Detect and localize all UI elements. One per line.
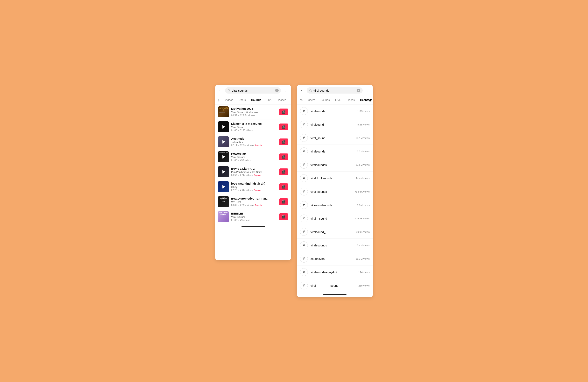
tab-hashtags-right[interactable]: Hashtags [357, 96, 373, 104]
sound-videos-beat: 27.2M videos [240, 204, 254, 207]
hashtag-item-viral--sound[interactable]: # viral__sound 629.4K views [297, 212, 373, 225]
tab-places-left[interactable]: Places [275, 96, 289, 104]
use-sound-btn-powerslap[interactable]: 🎬 [279, 153, 288, 160]
sound-duration-powerslap: 01:00 [231, 159, 237, 162]
hashtag-views-tiktokviralsounds: 1.3M views [357, 204, 370, 207]
hashtag-item-viralsound[interactable]: # viralsound 5.2B views [297, 118, 373, 131]
tab-places-right[interactable]: Places [344, 96, 357, 104]
clear-button-right[interactable]: × [357, 89, 360, 92]
hashtag-item-viralesounds[interactable]: # viralesounds 1.4M views [297, 239, 373, 252]
clear-button-left[interactable]: × [275, 89, 279, 92]
tab-users-left[interactable]: Users [236, 96, 249, 104]
hashtag-name-viralsoundsanjaydutt: viralsoundsanjaydutt [311, 271, 356, 274]
tab-top-left[interactable]: p [215, 96, 222, 104]
use-sound-btn-bibble[interactable]: 🎬 [279, 213, 288, 220]
back-button-right[interactable]: ← [300, 88, 305, 93]
tabs-right: os Users Sounds LIVE Places Hashtags [297, 96, 373, 105]
tab-users-right[interactable]: Users [305, 96, 318, 104]
hashtag-list: # viralsounds 1.3B views # viralsound 5.… [297, 105, 373, 292]
hashtag-views-viralsoundss: 10.6M views [356, 163, 370, 166]
thumb-text-bibble: Viral SoundsBibble! [218, 211, 229, 216]
hashtag-item-viralsoundss[interactable]: # viralsoundss 10.6M views [297, 158, 373, 171]
tab-sounds-right[interactable]: Sounds [318, 96, 332, 104]
hashtag-icon-viralsounds: # [300, 107, 308, 115]
sound-item-powerslap: POWERSLAP Powerslap Viral Sounds 01:00 ·… [215, 149, 291, 164]
tab-live-right[interactable]: LIVE [333, 96, 344, 104]
hashtag-icon-viralsoundss: # [300, 161, 308, 169]
sound-thumb-beat: BEATAUTOMOTIVOTAN TANVIRAL [218, 196, 229, 207]
tab-live-left[interactable]: LIVE [264, 96, 275, 104]
filter-button-left[interactable] [283, 88, 288, 93]
video-camera-icon-beat: 🎬 [282, 200, 286, 204]
sound-thumb-aesthetic [218, 136, 229, 147]
use-sound-btn-aesthetic[interactable]: 🎬 [279, 138, 288, 145]
sound-videos-bibble: 49 videos [240, 219, 250, 222]
tab-sounds-left[interactable]: Sounds [249, 96, 264, 104]
hashtag-item-viralsoundsanjaydutt[interactable]: # viralsoundsanjaydutt 114 views [297, 265, 373, 279]
hashtag-name-viral--sound: viral__sound [311, 217, 352, 220]
hashtag-icon-viral-sound: # [300, 134, 308, 142]
use-sound-btn-beat[interactable]: 🎬 [279, 198, 288, 205]
svg-point-0 [228, 89, 230, 91]
sound-videos-llamen: 3195 videos [240, 129, 252, 132]
hashtag-item-tiktokviralsounds[interactable]: # tiktokviralsounds 1.3M views [297, 198, 373, 212]
sound-thumb-llamen [218, 121, 229, 132]
play-overlay-aesthetic [218, 136, 229, 147]
video-camera-icon-bibble: 🎬 [282, 215, 286, 219]
use-sound-btn-love[interactable]: 🎬 [279, 183, 288, 190]
sound-title-powerslap: Powerslap [231, 152, 277, 155]
play-triangle-love [222, 185, 225, 189]
video-camera-icon-aesthetic: 🎬 [282, 140, 286, 144]
tabs-left: p Videos Users Sounds LIVE Places Has [215, 96, 291, 105]
sound-videos-powerslap: 438 videos [240, 159, 251, 162]
screens-container: ← Viral sounds × p Videos Users [215, 85, 373, 297]
tab-videos-left[interactable]: Videos [222, 96, 236, 104]
sound-meta-llamen: 01:00 · 3195 videos [231, 129, 277, 132]
hashtag-icon-viralsound: # [300, 121, 308, 128]
sound-info-llamen: Llamen a la miraculos Viral Sounds 01:00… [231, 122, 277, 132]
hashtag-name-viralesounds: viralesounds [311, 244, 354, 247]
popular-badge-boys: Popular [254, 174, 261, 176]
filter-button-right[interactable] [364, 88, 370, 93]
hashtag-item-viral-long-sound[interactable]: # viral_________sound 265 views [297, 279, 373, 292]
right-phone-screen: ← Viral sounds × os Users Sound [297, 85, 373, 297]
sound-item-bibble: Viral SoundsBibble! BIBBLE! Viral Sounds… [215, 209, 291, 224]
hashtag-icon-viral-long-sound: # [300, 282, 308, 289]
hashtag-views-viral-sounds: 784.5K views [355, 190, 370, 193]
search-query-left: Viral sounds [231, 89, 274, 92]
tab-has-left[interactable]: Has [289, 96, 291, 104]
hashtag-item-viralsounds[interactable]: # viralsounds 1.3B views [297, 105, 373, 118]
hashtag-item-soundsviral[interactable]: # soundsviral 36.3M views [297, 252, 373, 265]
sound-duration-aesthetic: 02:14 [231, 144, 237, 147]
hashtag-views-viral-long-sound: 265 views [358, 284, 370, 287]
sound-meta-boys: 00:52 · 2.3M videos Popular [231, 174, 277, 177]
hashtag-name-viral-sounds: viral_sounds [311, 190, 352, 193]
sound-info-aesthetic: Aesthetic Tollan Kim 02:14 · 12.3M video… [231, 137, 277, 147]
sound-item-boys: Boy's a Liar Pt. 2 PinkPantheress & Ice … [215, 164, 291, 179]
sound-videos-love: 4.2M videos [240, 189, 252, 191]
hashtag-item-viral-sound[interactable]: # viral_sound 60.1M views [297, 131, 373, 145]
svg-line-1 [230, 91, 230, 92]
hashtag-item-viral-sounds[interactable]: # viral_sounds 784.5K views [297, 185, 373, 198]
play-triangle-aesthetic [222, 140, 225, 144]
scroll-indicator-left [242, 226, 265, 227]
tab-top-right[interactable]: os [297, 96, 305, 104]
filter-icon-right [365, 88, 369, 92]
hashtag-icon-tiktokviralsounds: # [300, 201, 308, 209]
hashtag-item-viralsound-[interactable]: # viralsound_ 20.9K views [297, 225, 373, 239]
hashtag-item-viraltiktoksounds[interactable]: # viraltiktoksounds 44.4M views [297, 171, 373, 185]
sound-duration-love: 02:25 [231, 189, 237, 191]
hashtag-name-viralsounds-: viralsounds_ [311, 150, 354, 153]
sound-info-motivation: Motivation 2024 Viral Sounds & Marquiori… [231, 107, 277, 117]
hashtag-icon-viralesounds: # [300, 241, 308, 249]
use-sound-btn-llamen[interactable]: 🎬 [279, 124, 288, 130]
sound-duration-motivation: 00:59 [231, 114, 237, 117]
use-sound-btn-motivation[interactable]: 🎬 [279, 108, 288, 115]
sound-info-love: love nwantinti (ah ah ah) CKay 02:25 · 4… [231, 182, 277, 191]
back-button-left[interactable]: ← [218, 88, 223, 93]
thumb-text-beat: BEATAUTOMOTIVOTAN TANVIRAL [218, 196, 229, 202]
sound-videos-boys: 2.3M videos [240, 174, 252, 177]
use-sound-btn-boys[interactable]: 🎬 [279, 169, 288, 175]
hashtag-item-viralsounds-[interactable]: # viralsounds_ 1.2M views [297, 145, 373, 158]
sound-artist-powerslap: Viral Sounds [231, 156, 277, 159]
